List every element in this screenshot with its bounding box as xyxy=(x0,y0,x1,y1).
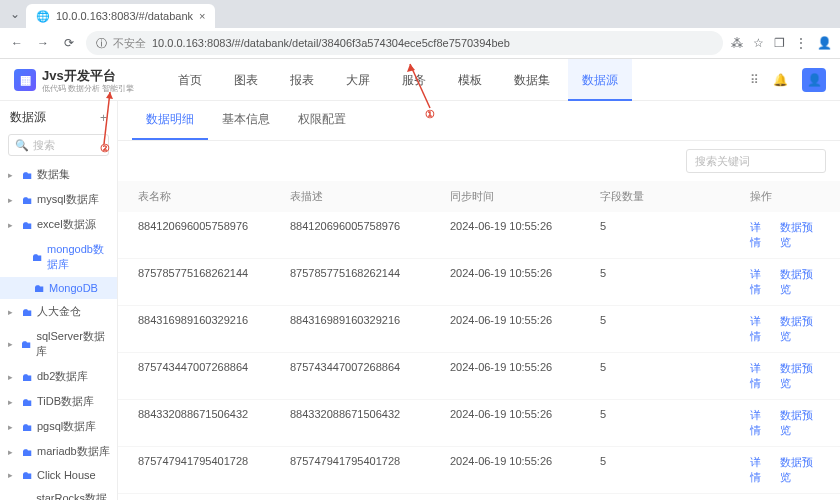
subtab-2[interactable]: 权限配置 xyxy=(284,101,360,140)
tree-item-11[interactable]: ▸🖿Click House xyxy=(0,464,117,486)
profile-icon[interactable]: 👤 xyxy=(817,36,832,50)
sidebar: 数据源 + 🔍 搜索 ▸🖿数据集▸🖿mysql数据库▸🖿excel数据源🖿mon… xyxy=(0,101,118,500)
folder-icon: 🖿 xyxy=(22,194,33,206)
add-datasource-button[interactable]: + xyxy=(100,111,107,125)
preview-link[interactable]: 数据预览 xyxy=(780,220,820,250)
subtab-0[interactable]: 数据明细 xyxy=(132,101,208,140)
sidebar-title: 数据源 xyxy=(10,109,46,126)
forward-button[interactable]: → xyxy=(34,34,52,52)
search-placeholder: 搜索关键词 xyxy=(695,154,750,169)
tree-label: sqlServer数据库 xyxy=(36,329,111,359)
detail-link[interactable]: 详情 xyxy=(750,361,770,391)
chevron-icon: ▸ xyxy=(8,422,18,432)
folder-icon: 🖿 xyxy=(22,469,33,481)
chevron-icon: ▸ xyxy=(8,447,18,457)
tree-label: 数据集 xyxy=(37,167,70,182)
chevron-icon: ▸ xyxy=(8,307,18,317)
cell-name: 884120696005758976 xyxy=(132,212,284,258)
address-bar: ← → ⟳ ⓘ 不安全 10.0.0.163:8083/#/databank/d… xyxy=(0,28,840,58)
url-input[interactable]: ⓘ 不安全 10.0.0.163:8083/#/databank/detail/… xyxy=(86,31,723,55)
url-text: 10.0.0.163:8083/#/databank/detail/38406f… xyxy=(152,37,510,49)
cell-time: 2024-06-19 10:55:26 xyxy=(444,400,594,446)
bell-icon[interactable]: 🔔 xyxy=(773,73,788,87)
tree-item-2[interactable]: ▸🖿excel数据源 xyxy=(0,212,117,237)
preview-link[interactable]: 数据预览 xyxy=(780,267,820,297)
topnav-5[interactable]: 模板 xyxy=(444,59,496,101)
detail-link[interactable]: 详情 xyxy=(750,455,770,485)
preview-link[interactable]: 数据预览 xyxy=(780,314,820,344)
preview-link[interactable]: 数据预览 xyxy=(780,455,820,485)
sidebar-search[interactable]: 🔍 搜索 xyxy=(8,134,109,156)
cell-time: 2024-06-19 10:55:26 xyxy=(444,494,594,500)
detail-link[interactable]: 详情 xyxy=(750,220,770,250)
cell-desc: 875785775168262144 xyxy=(284,259,444,305)
topnav-3[interactable]: 大屏 xyxy=(332,59,384,101)
tree-label: MongoDB xyxy=(49,282,98,294)
info-icon: ⓘ xyxy=(96,36,107,51)
tree-label: TiDB数据库 xyxy=(37,394,94,409)
tab-bar: ⌄ 🌐 10.0.0.163:8083/#/databank × xyxy=(0,0,840,28)
detail-link[interactable]: 详情 xyxy=(750,408,770,438)
tree-item-6[interactable]: ▸🖿sqlServer数据库 xyxy=(0,324,117,364)
topnav-0[interactable]: 首页 xyxy=(164,59,216,101)
globe-icon: 🌐 xyxy=(36,10,50,23)
table-row: 8757857751682621448757857751682621442024… xyxy=(118,259,840,306)
folder-icon: 🖿 xyxy=(22,446,33,458)
cell-count: 5 xyxy=(594,353,744,399)
table-row: 8843320886715064328843320886715064322024… xyxy=(118,400,840,447)
cell-name: 884332088671506432 xyxy=(132,400,284,446)
tree-item-9[interactable]: ▸🖿pgsql数据库 xyxy=(0,414,117,439)
topnav-1[interactable]: 图表 xyxy=(220,59,272,101)
detail-link[interactable]: 详情 xyxy=(750,267,770,297)
back-button[interactable]: ← xyxy=(8,34,26,52)
folder-icon: 🖿 xyxy=(22,306,33,318)
cell-count: 5 xyxy=(594,400,744,446)
search-icon: 🔍 xyxy=(15,139,29,152)
detail-link[interactable]: 详情 xyxy=(750,314,770,344)
reload-button[interactable]: ⟳ xyxy=(60,34,78,52)
tree-item-12[interactable]: ▸🖿starRocks数据库 xyxy=(0,486,117,500)
browser-tab[interactable]: 🌐 10.0.0.163:8083/#/databank × xyxy=(26,4,215,28)
cell-count: 5 xyxy=(594,212,744,258)
topnav-4[interactable]: 服务 xyxy=(388,59,440,101)
preview-link[interactable]: 数据预览 xyxy=(780,361,820,391)
tree-label: 人大金仓 xyxy=(37,304,81,319)
tree-item-8[interactable]: ▸🖿TiDB数据库 xyxy=(0,389,117,414)
translate-icon[interactable]: ⁂ xyxy=(731,36,743,50)
cell-count: 5 xyxy=(594,494,744,500)
topnav-2[interactable]: 报表 xyxy=(276,59,328,101)
tree-item-3[interactable]: 🖿mongodb数据库 xyxy=(0,237,117,277)
tree-item-10[interactable]: ▸🖿mariadb数据库 xyxy=(0,439,117,464)
extensions-icon[interactable]: ❐ xyxy=(774,36,785,50)
tree-label: mongodb数据库 xyxy=(47,242,111,272)
tree-label: mysql数据库 xyxy=(37,192,99,207)
browser-chrome: ⌄ 🌐 10.0.0.163:8083/#/databank × ← → ⟳ ⓘ… xyxy=(0,0,840,59)
tree-item-5[interactable]: ▸🖿人大金仓 xyxy=(0,299,117,324)
chevron-down-icon[interactable]: ⌄ xyxy=(4,7,26,21)
topnav-6[interactable]: 数据集 xyxy=(500,59,564,101)
menu-icon[interactable]: ⋮ xyxy=(795,36,807,50)
sidebar-search-placeholder: 搜索 xyxy=(33,138,55,153)
chevron-icon: ▸ xyxy=(8,372,18,382)
tree-item-1[interactable]: ▸🖿mysql数据库 xyxy=(0,187,117,212)
subtab-1[interactable]: 基本信息 xyxy=(208,101,284,140)
star-icon[interactable]: ☆ xyxy=(753,36,764,50)
folder-icon: 🖿 xyxy=(22,219,33,231)
avatar[interactable]: 👤 xyxy=(802,68,826,92)
tree-item-0[interactable]: ▸🖿数据集 xyxy=(0,162,117,187)
table-row: 8757434470072688648757434470072688642024… xyxy=(118,353,840,400)
cell-name: 875861272338272256 xyxy=(132,494,284,500)
preview-link[interactable]: 数据预览 xyxy=(780,408,820,438)
table-row: 8758612723382722568758612723382722562024… xyxy=(118,494,840,500)
cell-name: 875785775168262144 xyxy=(132,259,284,305)
logo[interactable]: ▦ Jvs开发平台 低代码 数据分析 智能引擎 xyxy=(14,67,134,93)
tree-item-7[interactable]: ▸🖿db2数据库 xyxy=(0,364,117,389)
close-icon[interactable]: × xyxy=(199,10,205,22)
tree-label: db2数据库 xyxy=(37,369,88,384)
apps-icon[interactable]: ⠿ xyxy=(750,73,759,87)
tree-item-4[interactable]: 🖿MongoDB xyxy=(0,277,117,299)
cell-desc: 875743447007268864 xyxy=(284,353,444,399)
topnav-7[interactable]: 数据源 xyxy=(568,59,632,101)
col-time: 同步时间 xyxy=(444,181,594,212)
table-search[interactable]: 搜索关键词 xyxy=(686,149,826,173)
